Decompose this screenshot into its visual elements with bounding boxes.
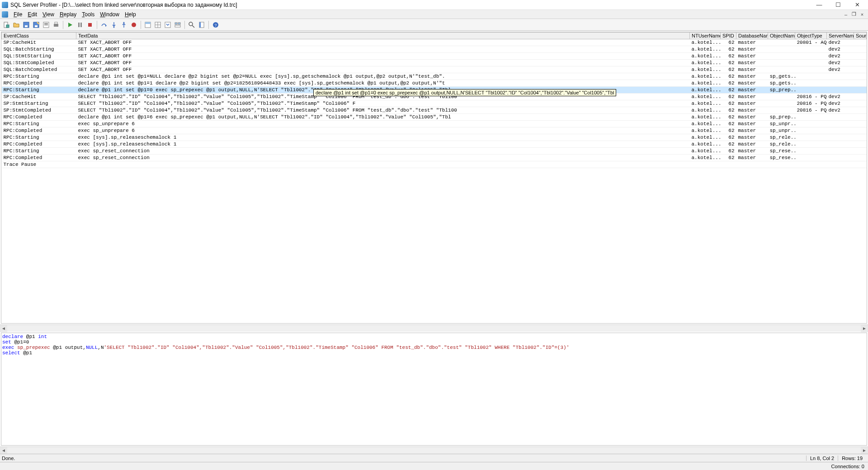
table-row[interactable]: SQL:StmtCompletedSET XACT_ABORT OFFa.kot… xyxy=(2,60,867,66)
scroll-right-icon[interactable]: ► xyxy=(861,447,868,454)
open-button[interactable] xyxy=(12,20,21,29)
cell-source xyxy=(854,100,867,107)
step-into-button[interactable] xyxy=(109,20,118,29)
column-textdata[interactable]: TextData xyxy=(76,33,690,39)
table-row[interactable]: RPC:Completedexec sp_unprepare 6a.kotel.… xyxy=(2,127,867,134)
cell-servername xyxy=(827,155,854,161)
find-button[interactable] xyxy=(187,20,196,29)
column-ntusername[interactable]: NTUserName xyxy=(690,33,721,39)
menu-edit[interactable]: Edit xyxy=(25,10,40,19)
window-close-button[interactable]: ✕ xyxy=(848,0,866,9)
cell-servername: dev2 xyxy=(827,53,854,60)
table-row[interactable]: SP:CacheHitSET XACT_ABORT OFFa.kotel...6… xyxy=(2,39,867,46)
svg-rect-1 xyxy=(6,25,9,28)
column-eventclass[interactable]: EventClass xyxy=(2,33,76,39)
cell-textdata: SELECT "Tbl1002"."ID" "Col1004","Tbl1002… xyxy=(76,100,690,107)
column-spid[interactable]: SPID xyxy=(721,33,736,39)
new-trace-button[interactable] xyxy=(2,20,11,29)
cell-servername xyxy=(827,80,854,87)
grid-horizontal-scrollbar[interactable]: ◄ ► xyxy=(0,324,868,332)
svg-text:?: ? xyxy=(214,23,217,28)
detail-pane[interactable]: declare @p1 int set set @p1@p1=0 exec sp… xyxy=(1,333,867,446)
column-objecttype[interactable]: ObjectType xyxy=(795,33,827,39)
connections-label: Connections: 0 xyxy=(831,464,864,469)
stop-button[interactable] xyxy=(85,20,94,29)
properties-button[interactable] xyxy=(42,20,51,29)
cell-textdata: exec sp_unprepare 6 xyxy=(76,127,690,134)
svg-rect-11 xyxy=(78,23,80,27)
cell-objecttype xyxy=(795,80,827,87)
table-row[interactable]: SP:StmtStartingSELECT "Tbl1002"."ID" "Co… xyxy=(2,100,867,107)
table-row[interactable]: RPC:Completedexec sp_reset_connectiona.k… xyxy=(2,155,867,161)
save-as-button[interactable] xyxy=(32,20,41,29)
table-row[interactable]: RPC:Completeddeclare @p1 int set @p1=6 e… xyxy=(2,114,867,121)
table-row[interactable]: RPC:Startingdeclare @p1 int set @p1=0 ex… xyxy=(2,87,867,94)
cell-eventclass: SP:StmtCompleted xyxy=(2,107,76,114)
step-out-button[interactable] xyxy=(119,20,128,29)
cell-servername xyxy=(827,127,854,134)
cell-databasename: master xyxy=(736,134,768,141)
breakpoint-button[interactable] xyxy=(129,20,138,29)
cell-spid: 62 xyxy=(721,60,736,66)
toggle-autoscroll-button[interactable] xyxy=(163,20,172,29)
table-row[interactable]: RPC:Completeddeclare @p1 int set @p1=1 d… xyxy=(2,80,867,87)
table-row[interactable]: SQL:StmtStartingSET XACT_ABORT OFFa.kote… xyxy=(2,53,867,60)
cell-ntusername: a.kotel... xyxy=(690,114,721,121)
column-databasename[interactable]: DatabaseName xyxy=(736,33,768,39)
cell-spid: 62 xyxy=(721,39,736,46)
cell-ntusername: a.kotel... xyxy=(690,134,721,141)
scroll-left-icon[interactable]: ◄ xyxy=(0,447,7,454)
table-row[interactable]: SQL:BatchCompletedSET XACT_ABORT OFFa.ko… xyxy=(2,66,867,73)
cell-databasename: master xyxy=(736,39,768,46)
table-row[interactable]: SQL:BatchStartingSET XACT_ABORT OFFa.kot… xyxy=(2,46,867,53)
trace-grid[interactable]: EventClassTextDataNTUserNameSPIDDatabase… xyxy=(1,32,867,324)
column-source[interactable]: Sour xyxy=(854,33,867,39)
column-objectname[interactable]: ObjectName xyxy=(768,33,795,39)
table-row[interactable]: SP:StmtCompletedSELECT "Tbl1002"."ID" "C… xyxy=(2,107,867,114)
detail-horizontal-scrollbar[interactable]: ◄ ► xyxy=(0,446,868,454)
cell-eventclass: RPC:Completed xyxy=(2,141,76,148)
table-row[interactable]: RPC:Completedexec [sys].sp_releaseschema… xyxy=(2,141,867,148)
mdi-restore-button[interactable]: ❐ xyxy=(850,11,858,18)
scroll-right-icon[interactable]: ► xyxy=(861,325,868,332)
run-button[interactable] xyxy=(66,20,75,29)
svg-rect-9 xyxy=(54,24,58,27)
cell-spid: 62 xyxy=(721,100,736,107)
step-over-button[interactable] xyxy=(99,20,108,29)
scroll-left-icon[interactable]: ◄ xyxy=(0,325,7,332)
table-row[interactable]: Trace Pause xyxy=(2,161,867,168)
mdi-close-button[interactable]: × xyxy=(858,11,866,18)
table-row[interactable]: SP:CacheHitSELECT "Tbl1002"."ID" "Col100… xyxy=(2,94,867,100)
menu-help[interactable]: Help xyxy=(122,10,139,19)
cell-objecttype xyxy=(795,60,827,66)
menu-window[interactable]: Window xyxy=(97,10,122,19)
menu-tools[interactable]: Tools xyxy=(79,10,97,19)
bookmark-button[interactable] xyxy=(197,20,206,29)
toggle-grouped-button[interactable] xyxy=(173,20,182,29)
table-row[interactable]: RPC:Startingexec [sys].sp_releaseschemal… xyxy=(2,134,867,141)
cell-textdata: exec [sys].sp_releaseschemalock 1 xyxy=(76,134,690,141)
cell-source xyxy=(854,148,867,155)
toggle-summary-button[interactable] xyxy=(143,20,152,29)
window-minimize-button[interactable]: — xyxy=(810,0,828,9)
menu-view[interactable]: View xyxy=(40,10,57,19)
cell-databasename: master xyxy=(736,94,768,100)
save-button[interactable] xyxy=(22,20,31,29)
menu-replay[interactable]: Replay xyxy=(57,10,79,19)
menu-file[interactable]: File xyxy=(11,10,25,19)
column-servername[interactable]: ServerName xyxy=(827,33,854,39)
window-restore-button[interactable]: ☐ xyxy=(829,0,847,9)
cell-spid: 62 xyxy=(721,94,736,100)
print-button[interactable] xyxy=(52,20,61,29)
table-row[interactable]: RPC:Startingexec sp_unprepare 6a.kotel..… xyxy=(2,121,867,127)
mdi-minimize-button[interactable]: – xyxy=(842,11,850,18)
cell-objecttype xyxy=(795,73,827,80)
cell-textdata xyxy=(76,161,690,168)
svg-rect-24 xyxy=(178,23,180,24)
table-row[interactable]: RPC:Startingdeclare @p1 int set @p1=NULL… xyxy=(2,73,867,80)
table-row[interactable]: RPC:Startingexec sp_reset_connectiona.ko… xyxy=(2,148,867,155)
toggle-grid-button[interactable] xyxy=(153,20,162,29)
help-button[interactable]: ? xyxy=(211,20,220,29)
pause-button[interactable] xyxy=(75,20,85,29)
cell-databasename: master xyxy=(736,121,768,127)
